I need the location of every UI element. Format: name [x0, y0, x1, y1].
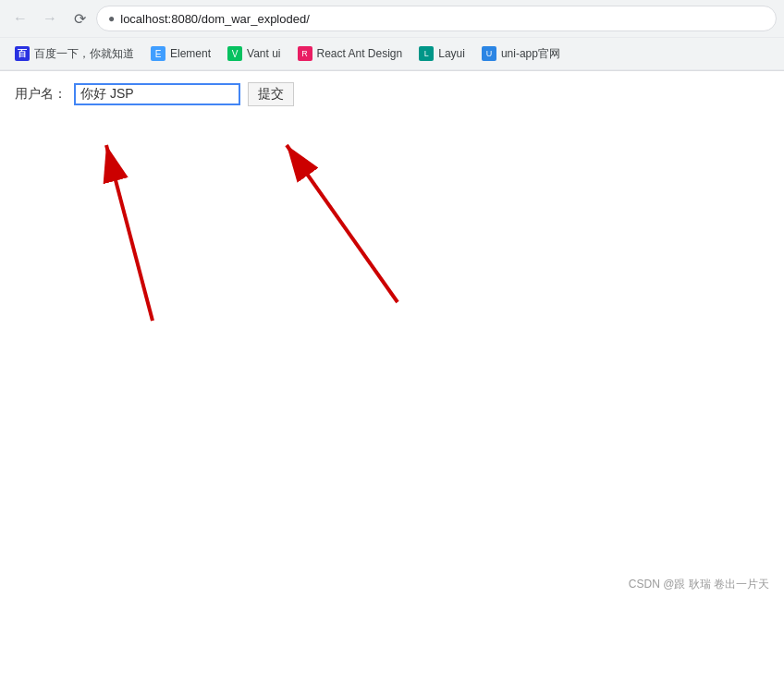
refresh-button[interactable]: ⟳	[67, 6, 92, 31]
back-button[interactable]: ←	[7, 6, 33, 31]
bookmark-element[interactable]: E Element	[143, 43, 218, 65]
layui-icon: L	[419, 46, 434, 61]
url-text: localhost:8080/dom_war_exploded/	[120, 12, 765, 26]
bookmark-layui[interactable]: L Layui	[411, 43, 472, 65]
footer-text: CSDN @跟 耿瑞 卷出一片天	[629, 578, 769, 591]
page-content: 用户名： 提交 CSDN @跟 耿瑞 卷出一片天	[0, 71, 784, 607]
bookmark-label-baidu: 百度一下，你就知道	[34, 46, 134, 62]
page-footer: CSDN @跟 耿瑞 卷出一片天	[629, 577, 769, 592]
bookmark-baidu[interactable]: 百 百度一下，你就知道	[7, 43, 141, 66]
bookmark-label-layui: Layui	[438, 47, 465, 60]
bookmarks-bar: 百 百度一下，你就知道 E Element V Vant ui R React …	[0, 37, 784, 70]
baidu-icon: 百	[15, 46, 30, 61]
username-label: 用户名：	[15, 86, 67, 103]
vant-icon: V	[227, 46, 242, 61]
bookmark-react[interactable]: R React Ant Design	[290, 43, 410, 65]
svg-line-3	[287, 145, 398, 302]
bookmark-label-react: React Ant Design	[317, 47, 403, 60]
arrows-container	[0, 117, 784, 358]
bookmark-vant[interactable]: V Vant ui	[220, 43, 288, 65]
lock-icon: ●	[108, 12, 115, 25]
react-icon: R	[298, 46, 312, 61]
uni-icon: U	[482, 46, 496, 61]
form-row: 用户名： 提交	[15, 82, 769, 106]
submit-button[interactable]: 提交	[248, 82, 294, 106]
bookmark-label-element: Element	[170, 47, 211, 60]
svg-line-2	[106, 145, 153, 321]
element-icon: E	[151, 46, 165, 61]
forward-button[interactable]: →	[37, 6, 63, 31]
browser-chrome: ← → ⟳ ● localhost:8080/dom_war_exploded/…	[0, 0, 784, 71]
username-input[interactable]	[74, 83, 240, 105]
bookmark-uni[interactable]: U uni-app官网	[474, 43, 568, 66]
bookmark-label-uni: uni-app官网	[501, 46, 560, 62]
bookmark-label-vant: Vant ui	[247, 47, 280, 60]
nav-bar: ← → ⟳ ● localhost:8080/dom_war_exploded/	[0, 0, 784, 37]
annotation-arrows	[0, 117, 784, 358]
address-bar[interactable]: ● localhost:8080/dom_war_exploded/	[96, 6, 777, 31]
